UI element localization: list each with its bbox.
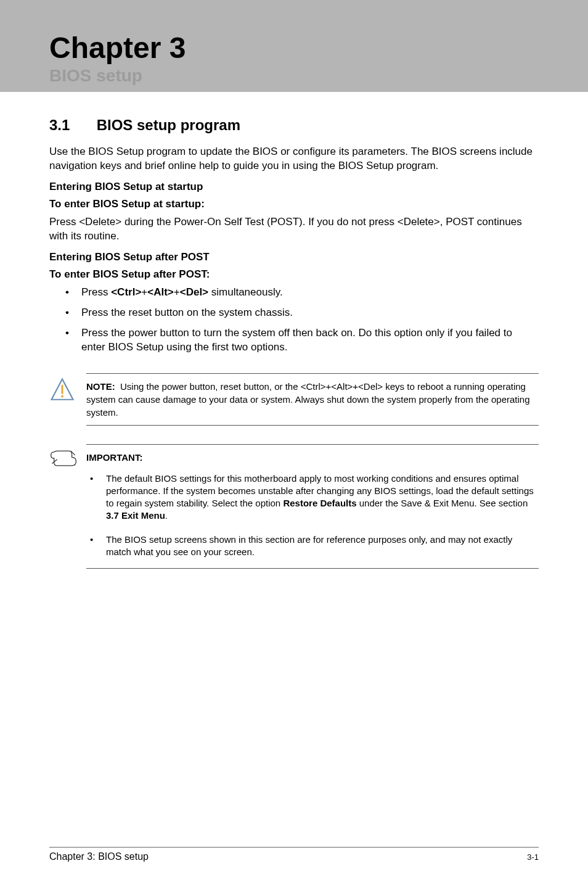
list-item: Press <Ctrl>+<Alt>+<Del> simultaneously. <box>65 286 539 300</box>
page-content: 3.1 BIOS setup program Use the BIOS Setu… <box>0 117 588 569</box>
startup-heading-1: Entering BIOS Setup at startup <box>49 181 539 193</box>
plus-1: + <box>141 286 147 298</box>
important-callout-body: IMPORTANT: The default BIOS settings for… <box>86 444 539 569</box>
note-text: Using the power button, reset button, or… <box>86 381 530 418</box>
footer-left: Chapter 3: BIOS setup <box>49 851 149 862</box>
section-title: BIOS setup program <box>97 117 240 133</box>
note-callout: NOTE: Using the power button, reset butt… <box>49 373 539 426</box>
intro-paragraph: Use the BIOS Setup program to update the… <box>49 145 539 173</box>
important-label: IMPORTANT: <box>86 451 539 464</box>
post-heading-1: Entering BIOS Setup after POST <box>49 251 539 263</box>
startup-heading-2: To enter BIOS Setup at startup: <box>49 198 539 210</box>
note-icon <box>49 444 86 471</box>
list-item: Press the power button to turn the syste… <box>65 326 539 355</box>
startup-text: Press <Delete> during the Power-On Self … <box>49 215 539 244</box>
key-alt: <Alt> <box>147 286 174 298</box>
note-label: NOTE: <box>86 381 115 392</box>
list-item: Press the reset button on the system cha… <box>65 306 539 320</box>
important-text-mid: under the Save & Exit Menu. See section <box>357 498 528 508</box>
chapter-title: Chapter 3 <box>49 31 539 65</box>
chapter-subtitle: BIOS setup <box>49 66 539 86</box>
restore-defaults-bold: Restore Defaults <box>283 498 356 508</box>
plus-2: + <box>174 286 180 298</box>
footer-right: 3-1 <box>527 852 539 862</box>
post-heading-2: To enter BIOS Setup after POST: <box>49 268 539 281</box>
note-callout-body: NOTE: Using the power button, reset butt… <box>86 373 539 426</box>
list-item: The BIOS setup screens shown in this sec… <box>90 534 539 559</box>
key-ctrl: <Ctrl> <box>111 286 141 298</box>
svg-point-2 <box>61 395 63 397</box>
important-text-post: . <box>165 510 168 521</box>
section-number: 3.1 <box>49 117 92 134</box>
page-footer: Chapter 3: BIOS setup 3-1 <box>49 847 539 862</box>
warning-icon <box>49 373 86 405</box>
list-text-prefix: Press <box>81 286 111 298</box>
chapter-header-band: Chapter 3 BIOS setup <box>0 0 588 92</box>
list-item: The default BIOS settings for this mothe… <box>90 472 539 522</box>
post-bullet-list: Press <Ctrl>+<Alt>+<Del> simultaneously.… <box>49 286 539 355</box>
key-del: <Del> <box>180 286 208 298</box>
important-callout: IMPORTANT: The default BIOS settings for… <box>49 444 539 569</box>
important-bullet-list: The default BIOS settings for this mothe… <box>86 472 539 559</box>
list-text-suffix: simultaneously. <box>208 286 283 298</box>
exit-menu-bold: 3.7 Exit Menu <box>106 510 165 521</box>
section-heading: 3.1 BIOS setup program <box>49 117 539 134</box>
